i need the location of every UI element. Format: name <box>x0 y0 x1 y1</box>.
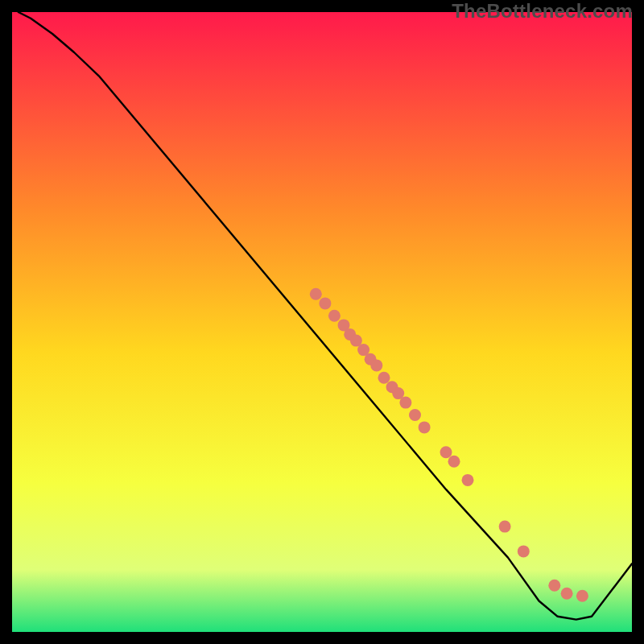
data-point <box>548 580 560 592</box>
data-point <box>419 421 431 433</box>
data-point <box>409 409 421 421</box>
data-point <box>561 588 573 600</box>
data-point <box>378 372 390 384</box>
data-point <box>310 288 322 300</box>
data-point <box>518 545 530 557</box>
gradient-background <box>12 12 632 632</box>
data-point <box>328 310 341 322</box>
data-point <box>399 397 411 409</box>
chart-stage: TheBottleneck.com <box>0 0 644 644</box>
data-point <box>440 446 452 458</box>
data-point <box>462 474 474 486</box>
data-point <box>319 297 331 309</box>
watermark-text: TheBottleneck.com <box>452 0 633 23</box>
data-point <box>370 359 382 371</box>
data-point <box>448 456 460 468</box>
plot-area <box>12 12 632 632</box>
data-point <box>576 590 588 602</box>
chart-svg <box>12 12 632 632</box>
data-point <box>499 521 511 533</box>
